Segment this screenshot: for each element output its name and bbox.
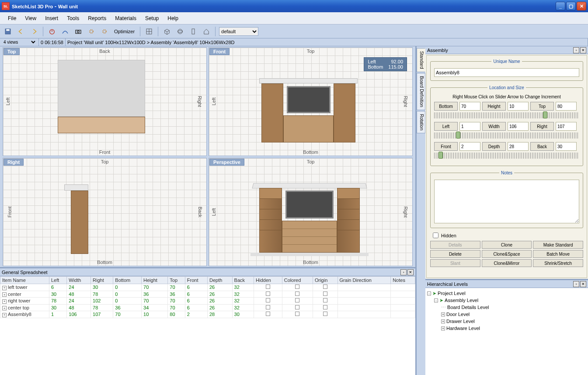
gear2-icon[interactable] <box>99 26 110 37</box>
tab-board-definition[interactable]: Board Definition <box>417 73 425 110</box>
clone-button[interactable]: Clone <box>482 241 532 249</box>
sphere-icon[interactable] <box>175 26 185 37</box>
column-header[interactable]: Left <box>49 277 66 284</box>
dock-icon[interactable]: ▫ <box>400 269 407 275</box>
maximize-button[interactable]: ▢ <box>566 2 576 10</box>
notes-textarea[interactable] <box>434 180 579 223</box>
column-header[interactable]: Colored <box>282 277 313 284</box>
width-button[interactable]: Width <box>482 122 506 131</box>
close-icon[interactable]: ✕ <box>580 281 586 287</box>
svg-rect-1 <box>6 29 10 31</box>
details-button[interactable]: Details <box>430 241 480 249</box>
left-input[interactable] <box>459 122 480 131</box>
column-header[interactable]: Item Name <box>0 277 49 284</box>
spreadsheet-table[interactable]: Item NameLeftWidthRightBottomHeightTopFr… <box>0 276 415 318</box>
house-icon[interactable] <box>201 26 212 37</box>
optimizer-button[interactable]: Optimizer <box>112 29 136 34</box>
dock-icon[interactable]: ▫ <box>573 281 579 287</box>
menu-tools[interactable]: Tools <box>63 14 84 23</box>
hidden-label: Hidden <box>441 233 456 238</box>
top-input[interactable] <box>556 102 577 111</box>
save-icon[interactable] <box>3 26 13 37</box>
table-row[interactable]: +left tower624300707062632 <box>0 284 415 291</box>
column-header[interactable]: Hidden <box>254 277 282 284</box>
close-icon[interactable]: ✕ <box>407 269 414 275</box>
viewport-top[interactable]: Top Back Front Left Right <box>3 47 207 156</box>
close-button[interactable]: ✕ <box>577 2 586 10</box>
column-header[interactable]: Grain Direction <box>337 277 391 284</box>
menu-help[interactable]: Help <box>163 14 183 23</box>
height-input[interactable] <box>508 102 529 111</box>
viewport-right[interactable]: Right Top Bottom Front Back <box>3 158 207 267</box>
measure-icon[interactable] <box>60 26 70 37</box>
slant-button[interactable]: Slant <box>430 259 480 267</box>
depth-input[interactable] <box>508 142 529 151</box>
top-button[interactable]: Top <box>530 102 554 111</box>
undo-icon[interactable] <box>16 26 26 37</box>
hidden-checkbox[interactable] <box>433 233 438 238</box>
unique-name-input[interactable] <box>434 68 579 77</box>
viewport-front[interactable]: Front Top Bottom Left Right Left92.00 Bo… <box>209 47 413 156</box>
back-button[interactable]: Back <box>530 142 554 151</box>
viewports-grid: Top Back Front Left Right Front Top Bott… <box>0 46 415 267</box>
column-header[interactable]: Depth <box>207 277 232 284</box>
timer-icon[interactable] <box>47 26 57 37</box>
gear1-icon[interactable] <box>86 26 97 37</box>
delete-button[interactable]: Delete <box>430 250 480 258</box>
batch-move-button[interactable]: Batch Move <box>533 250 583 258</box>
column-header[interactable]: Front <box>185 277 207 284</box>
column-header[interactable]: Origin <box>313 277 337 284</box>
table-row[interactable]: +Assembly8110610770108022830 <box>0 311 415 318</box>
column-header[interactable]: Bottom <box>113 277 142 284</box>
column-header[interactable]: Top <box>168 277 185 284</box>
height-button[interactable]: Height <box>482 102 506 111</box>
menu-materials[interactable]: Materials <box>111 14 141 23</box>
shrink-stretch-button[interactable]: Shrink/Stretch <box>533 259 583 267</box>
close-icon[interactable]: ✕ <box>580 47 586 53</box>
column-header[interactable]: Back <box>232 277 254 284</box>
table-row[interactable]: +center3048780363662632 <box>0 291 415 298</box>
right-button[interactable]: Right <box>530 122 554 131</box>
back-input[interactable] <box>556 142 577 151</box>
front-button[interactable]: Front <box>434 142 458 151</box>
dock-icon[interactable]: ▫ <box>573 47 579 53</box>
viewport-perspective[interactable]: Perspective Top Bottom Left Right <box>209 158 413 267</box>
bottom-input[interactable] <box>459 102 480 111</box>
slider-depth[interactable] <box>434 153 579 159</box>
slider-horizontal[interactable] <box>434 132 579 139</box>
menu-insert[interactable]: Insert <box>41 14 63 23</box>
hierarchy-tree[interactable]: -➤ Project Level -➤ Assembly Level ⋯ Boa… <box>425 288 588 375</box>
minimize-button[interactable]: _ <box>556 2 565 10</box>
redo-icon[interactable] <box>29 26 39 37</box>
menu-view[interactable]: View <box>21 14 41 23</box>
clone-space-button[interactable]: Clone&Space <box>482 250 532 258</box>
column-header[interactable]: Notes <box>391 277 415 284</box>
column-header[interactable]: Height <box>142 277 168 284</box>
preset-select[interactable]: default <box>219 27 258 36</box>
menu-setup[interactable]: Setup <box>141 14 163 23</box>
views-select[interactable]: 4 views <box>2 39 37 45</box>
toolbar: Optimizer default <box>0 24 588 38</box>
width-input[interactable] <box>508 122 529 131</box>
clone-mirror-button[interactable]: Clone&Mirror <box>482 259 532 267</box>
left-button[interactable]: Left <box>434 122 458 131</box>
make-standard-button[interactable]: Make Standard <box>533 241 583 249</box>
depth-button[interactable]: Depth <box>482 142 506 151</box>
side-tabs: Standard Board Definition Rotation <box>417 46 425 375</box>
menu-file[interactable]: File <box>3 14 21 23</box>
cube-icon[interactable] <box>162 26 172 37</box>
grid-icon[interactable] <box>144 26 154 37</box>
column-header[interactable]: Right <box>91 277 113 284</box>
panel-icon[interactable] <box>188 26 198 37</box>
slider-vertical[interactable] <box>434 112 579 118</box>
bottom-button[interactable]: Bottom <box>434 102 458 111</box>
tab-standard[interactable]: Standard <box>417 48 425 72</box>
column-header[interactable]: Width <box>67 277 91 284</box>
menu-reports[interactable]: Reports <box>84 14 111 23</box>
tab-rotation[interactable]: Rotation <box>417 111 425 133</box>
table-row[interactable]: +right tower78241020707062632 <box>0 298 415 305</box>
front-input[interactable] <box>459 142 480 151</box>
table-row[interactable]: +center top30487836347062632 <box>0 304 415 311</box>
right-input[interactable] <box>556 122 577 131</box>
camera-icon[interactable] <box>73 26 84 37</box>
